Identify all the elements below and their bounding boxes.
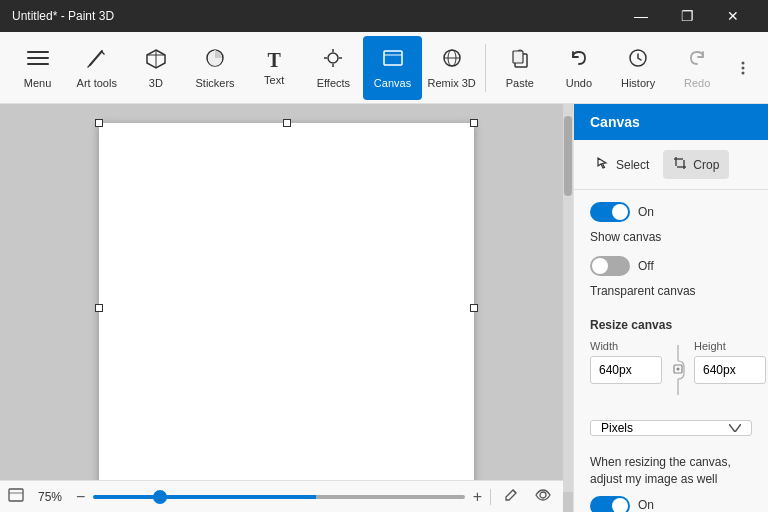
toolbar-effects-label: Effects xyxy=(317,77,350,89)
crop-tool-button[interactable]: Crop xyxy=(663,150,729,179)
toolbar-art-tools[interactable]: Art tools xyxy=(67,36,126,100)
zoom-minus-icon[interactable]: − xyxy=(76,488,85,506)
paste-icon xyxy=(509,47,531,73)
svg-rect-25 xyxy=(9,489,23,501)
show-canvas-toggle[interactable] xyxy=(590,202,630,222)
panel-title: Canvas xyxy=(590,114,640,130)
remix3d-icon xyxy=(441,47,463,73)
zoom-slider[interactable] xyxy=(93,495,464,499)
width-label: Width xyxy=(590,340,662,352)
text-icon: T xyxy=(268,50,281,70)
toolbar-3d[interactable]: 3D xyxy=(126,36,185,100)
unit-dropdown[interactable]: Pixels xyxy=(590,420,752,436)
svg-point-9 xyxy=(328,53,338,63)
svg-point-23 xyxy=(742,66,745,69)
toolbar-menu-label: Menu xyxy=(24,77,52,89)
titlebar-title: Untitled* - Paint 3D xyxy=(12,9,114,23)
toolbar-redo-label: Redo xyxy=(684,77,710,89)
transparent-canvas-state: Off xyxy=(638,259,654,273)
resize-handle-tm[interactable] xyxy=(283,119,291,127)
svg-line-5 xyxy=(88,65,90,67)
svg-rect-0 xyxy=(27,51,49,53)
titlebar: Untitled* - Paint 3D — ❐ ✕ xyxy=(0,0,768,32)
minimize-button[interactable]: — xyxy=(618,0,664,32)
vertical-scrollbar[interactable] xyxy=(563,104,573,492)
height-col: Height xyxy=(694,340,766,384)
bottom-separator xyxy=(490,489,491,505)
select-tool-button[interactable]: Select xyxy=(586,150,659,179)
adjust-state: On xyxy=(638,497,654,512)
crop-tool-label: Crop xyxy=(693,158,719,172)
toolbar-canvas-label: Canvas xyxy=(374,77,411,89)
3d-icon xyxy=(145,47,167,73)
toolbar-paste[interactable]: Paste xyxy=(490,36,549,100)
effects-icon xyxy=(322,47,344,73)
toolbar-paste-label: Paste xyxy=(506,77,534,89)
height-input[interactable] xyxy=(694,356,766,384)
toolbar-effects[interactable]: Effects xyxy=(304,36,363,100)
toolbar-canvas[interactable]: Canvas xyxy=(363,36,422,100)
svg-point-22 xyxy=(742,61,745,64)
toolbar-redo[interactable]: Redo xyxy=(668,36,727,100)
select-tool-label: Select xyxy=(616,158,649,172)
more-button[interactable] xyxy=(727,50,760,86)
toolbar-undo[interactable]: Undo xyxy=(549,36,608,100)
resize-handle-tr[interactable] xyxy=(470,119,478,127)
resize-handle-mr[interactable] xyxy=(470,304,478,312)
crop-icon xyxy=(673,156,687,173)
view-icon[interactable] xyxy=(531,485,555,509)
art-tools-icon xyxy=(86,47,108,73)
resize-label: Resize canvas xyxy=(590,318,752,332)
resize-inputs-row: Width Height xyxy=(590,340,752,400)
zoom-plus-icon[interactable]: + xyxy=(473,488,482,506)
toolbar-3d-label: 3D xyxy=(149,77,163,89)
svg-point-36 xyxy=(677,368,680,371)
dropdown-arrow-icon xyxy=(729,424,741,432)
stickers-icon xyxy=(204,47,226,73)
toolbar-stickers[interactable]: Stickers xyxy=(185,36,244,100)
svg-line-27 xyxy=(513,490,516,493)
scroll-thumb-v[interactable] xyxy=(564,116,572,196)
panel-tools: Select Crop xyxy=(574,140,768,190)
resize-handle-ml[interactable] xyxy=(95,304,103,312)
toolbar-separator xyxy=(485,44,486,92)
svg-rect-2 xyxy=(27,63,49,65)
select-icon xyxy=(596,156,610,173)
toolbar-remix3d[interactable]: Remix 3D xyxy=(422,36,481,100)
svg-rect-20 xyxy=(513,51,523,63)
svg-rect-1 xyxy=(27,57,49,59)
canvas-area[interactable]: 75% − + xyxy=(0,104,573,512)
toolbar-text[interactable]: T Text xyxy=(245,36,304,100)
width-input[interactable] xyxy=(590,356,662,384)
transparent-canvas-toggle[interactable] xyxy=(590,256,630,276)
height-label: Height xyxy=(694,340,766,352)
white-canvas xyxy=(99,123,474,493)
redo-icon xyxy=(686,47,708,73)
toolbar-menu[interactable]: Menu xyxy=(8,36,67,100)
toolbar-history[interactable]: History xyxy=(608,36,667,100)
undo-icon xyxy=(568,47,590,73)
bottom-bar: 75% − + xyxy=(0,480,563,512)
toolbar: Menu Art tools 3D Stickers T Text Effect… xyxy=(0,32,768,104)
adjust-label: When resizing the canvas, adjust my imag… xyxy=(590,454,752,488)
close-button[interactable]: ✕ xyxy=(710,0,756,32)
width-col: Width xyxy=(590,340,662,384)
canvas-size-icon xyxy=(8,487,24,506)
lock-icon-wrap xyxy=(670,340,686,400)
maximize-button[interactable]: ❐ xyxy=(664,0,710,32)
edit-icon[interactable] xyxy=(499,485,523,509)
unit-label: Pixels xyxy=(601,421,633,435)
history-icon xyxy=(627,47,649,73)
adjust-toggle[interactable] xyxy=(590,496,630,512)
lock-icon xyxy=(670,345,686,395)
svg-point-28 xyxy=(540,492,546,498)
adjust-toggle-row: On xyxy=(590,496,752,512)
right-panel: Canvas Select Crop On Show canvas xyxy=(573,104,768,512)
zoom-percent: 75% xyxy=(32,490,68,504)
show-canvas-section: On Show canvas Off Transparent canvas xyxy=(574,190,768,310)
canvas-wrapper xyxy=(99,123,474,493)
titlebar-controls: — ❐ ✕ xyxy=(618,0,756,32)
resize-handle-tl[interactable] xyxy=(95,119,103,127)
adjust-section: When resizing the canvas, adjust my imag… xyxy=(574,444,768,512)
canvas-scroll xyxy=(0,104,573,512)
